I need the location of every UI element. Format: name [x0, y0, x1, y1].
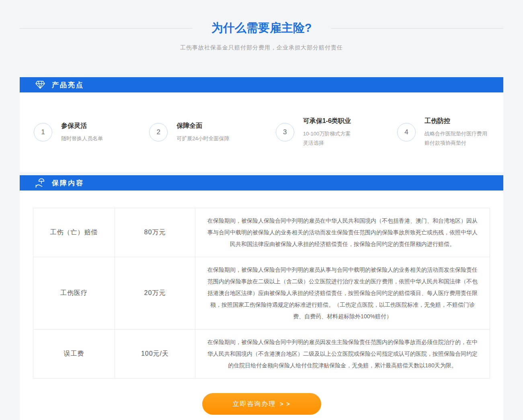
coverage-description: 在保险期间，被保险人保险合同中列明的雇员从事与合同中载明的被保险人的业务相关的活…	[195, 257, 490, 329]
highlight-desc: 可扩展24小时全面保障	[176, 134, 229, 143]
diamond-icon	[35, 80, 45, 90]
coverage-section: 保障内容 工伤（亡）赔偿 80万元 在保险期间，被保险人保险合同中列明的雇员在中…	[20, 175, 503, 420]
title-row: 为什么需要雇主险?	[20, 20, 503, 36]
consult-button-label: 立即咨询办理	[232, 400, 276, 408]
highlight-title: 可承保1-6类职业	[303, 117, 351, 125]
highlight-desc: 随时替换人员名单	[61, 134, 103, 143]
title-left-divider	[20, 28, 192, 29]
highlight-desc: 灵活选择	[303, 138, 351, 148]
highlight-item: 4 工伤防控 战略合作医院垫付医疗费用 赔付款项协商垫付	[397, 117, 487, 148]
page-subtitle: 工伤事故社保基金只赔付部分费用，企业承担大部分赔付责任	[20, 44, 503, 51]
highlights-banner-title: 产品亮点	[52, 80, 84, 90]
highlight-text: 可承保1-6类职业 10-100万阶梯式方案 灵活选择	[303, 117, 351, 148]
highlight-number-badge: 1	[34, 123, 52, 141]
highlight-title: 保障全面	[176, 122, 229, 130]
highlight-item: 3 可承保1-6类职业 10-100万阶梯式方案 灵活选择	[276, 117, 351, 148]
highlight-item: 1 参保灵活 随时替换人员名单	[34, 122, 103, 143]
highlight-number-badge: 3	[276, 123, 294, 141]
page-title: 为什么需要雇主险?	[211, 20, 312, 36]
highlight-title: 工伤防控	[425, 117, 487, 125]
table-row: 工伤（亡）赔偿 80万元 在保险期间，被保险人保险合同中列明的雇员在中华人民共和…	[33, 208, 490, 257]
hero-section: 为什么需要雇主险? 工伤事故社保基金只赔付部分费用，企业承担大部分赔付责任	[20, 0, 503, 51]
highlights-banner: 产品亮点	[20, 77, 503, 92]
coverage-name: 工伤医疗	[33, 257, 115, 329]
coverage-amount: 80万元	[115, 208, 195, 257]
highlights-section: 产品亮点 1 参保灵活 随时替换人员名单 2 保障全面 可扩展24小时全面保障	[20, 77, 503, 172]
title-right-divider	[331, 28, 503, 29]
hand-care-icon	[35, 178, 45, 188]
highlight-text: 工伤防控 战略合作医院垫付医疗费用 赔付款项协商垫付	[425, 117, 487, 148]
coverage-name: 工伤（亡）赔偿	[33, 208, 115, 257]
highlights-panel: 1 参保灵活 随时替换人员名单 2 保障全面 可扩展24小时全面保障 3	[20, 92, 503, 172]
coverage-banner: 保障内容	[20, 175, 503, 191]
coverage-panel: 工伤（亡）赔偿 80万元 在保险期间，被保险人保险合同中列明的雇员在中华人民共和…	[20, 191, 503, 420]
highlight-desc: 战略合作医院垫付医疗费用	[425, 129, 487, 138]
coverage-name: 误工费	[33, 330, 115, 378]
cta-row: 立即咨询办理 > >	[33, 393, 490, 415]
highlight-text: 保障全面 可扩展24小时全面保障	[176, 122, 229, 143]
highlight-number-badge: 2	[149, 123, 168, 141]
chevron-right-icon: > >	[280, 401, 290, 407]
highlight-number-badge: 4	[397, 123, 416, 141]
consult-now-button[interactable]: 立即咨询办理 > >	[202, 393, 321, 415]
highlight-desc: 10-100万阶梯式方案	[303, 129, 351, 138]
highlight-title: 参保灵活	[61, 122, 103, 130]
table-row: 工伤医疗 20万元 在保险期间，被保险人保险合同中列明的雇员从事与合同中载明的被…	[33, 257, 490, 329]
coverage-amount: 100元/天	[115, 330, 195, 378]
page-container: 为什么需要雇主险? 工伤事故社保基金只赔付部分费用，企业承担大部分赔付责任 产品…	[20, 0, 503, 420]
highlight-item: 2 保障全面 可扩展24小时全面保障	[149, 122, 229, 143]
coverage-description: 在保险期间，被保险人保险合同中列明的雇员在中华人民共和国境内（不包括香港、澳门、…	[195, 208, 490, 257]
coverage-table: 工伤（亡）赔偿 80万元 在保险期间，被保险人保险合同中列明的雇员在中华人民共和…	[33, 208, 490, 379]
table-row: 误工费 100元/天 在保险期间，被保险人保险合同中列明的雇员因发生主险保险责任…	[33, 329, 490, 378]
highlight-text: 参保灵活 随时替换人员名单	[61, 122, 103, 143]
coverage-amount: 20万元	[115, 257, 195, 329]
highlight-desc: 赔付款项协商垫付	[425, 138, 487, 148]
coverage-banner-title: 保障内容	[52, 178, 84, 188]
coverage-description: 在保险期间，被保险人保险合同中列明的雇员因发生主险保险责任范围内的保险事故而必须…	[195, 330, 490, 378]
